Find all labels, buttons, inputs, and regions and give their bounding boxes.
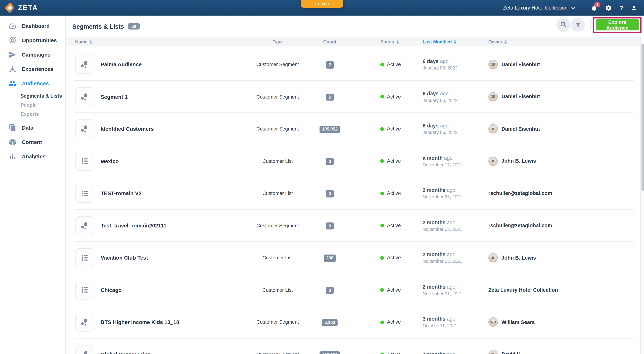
sidebar-item-exports[interactable]: Exports bbox=[12, 109, 66, 118]
user-menu-button[interactable] bbox=[630, 4, 638, 11]
row-count: 0 bbox=[305, 222, 354, 230]
brand-wordmark: ZETA bbox=[18, 4, 38, 11]
row-type-icon bbox=[80, 254, 89, 262]
column-header-count: Count bbox=[305, 37, 354, 46]
account-name: Zeta Luxury Hotel Collection bbox=[503, 5, 568, 10]
table-row[interactable]: Segment 1 Customer Segment 2 Active 6 da… bbox=[66, 81, 644, 113]
row-type-icon bbox=[80, 92, 89, 101]
modified-date: November 03, 2021 bbox=[422, 227, 462, 231]
modified-date: December 17, 2021 bbox=[422, 162, 462, 167]
row-last-modified: 2 months ago November 25, 2021 bbox=[422, 187, 462, 199]
sidebar-item-segments-lists[interactable]: Segments & Lists bbox=[12, 91, 66, 100]
relative-time-suffix: ago bbox=[447, 220, 456, 225]
sidebar-item-dashboard[interactable]: Dashboard bbox=[0, 19, 65, 33]
row-count-badge: 108,308 bbox=[320, 351, 340, 354]
modified-date: October 11, 2021 bbox=[422, 323, 457, 328]
row-count: 6,163 bbox=[305, 318, 354, 326]
table-row[interactable]: Identified Customers Customer Segment 10… bbox=[66, 113, 644, 145]
sidebar-item-audiences[interactable]: Audiences bbox=[0, 76, 65, 91]
owner-avatar: DH bbox=[488, 350, 498, 354]
table-row[interactable]: TEST-romain V2 Customer List 0 Active 2 … bbox=[66, 177, 644, 209]
row-owner: DE Daniel Eisenhut bbox=[488, 92, 540, 102]
row-name: Vacation Club Test bbox=[100, 255, 148, 261]
row-last-modified: a month ago December 17, 2021 bbox=[422, 155, 462, 167]
row-status: Active bbox=[380, 61, 401, 67]
column-label: Last Modified bbox=[422, 39, 452, 44]
row-type: Customer List bbox=[245, 255, 310, 261]
relative-time-suffix: ago bbox=[440, 91, 449, 97]
page-toolbar: Segments & Lists 60 Explore Audience bbox=[66, 16, 644, 37]
column-header-last-modified[interactable]: Last Modified bbox=[422, 37, 456, 46]
row-type-icon-tile bbox=[75, 120, 94, 138]
account-switcher[interactable]: Zeta Luxury Hotel Collection bbox=[503, 5, 575, 10]
table-row[interactable]: Test_travel_romain202111 Customer Segmen… bbox=[66, 210, 644, 242]
table-row[interactable]: Vacation Club Test Customer List 298 Act… bbox=[66, 242, 644, 274]
settings-button[interactable] bbox=[605, 4, 612, 11]
notifications-button[interactable]: 3 bbox=[590, 4, 598, 11]
table-row[interactable]: Global Suppression Customer Segment 108,… bbox=[66, 338, 644, 354]
zeta-diamond-icon bbox=[5, 2, 15, 13]
row-count-badge: 0 bbox=[326, 287, 334, 294]
row-type: Customer Segment bbox=[245, 61, 310, 67]
sidebar-item-label: Audiences bbox=[22, 80, 49, 86]
row-name: BTS Higher Income Kids 13_18 bbox=[100, 319, 179, 325]
relative-time: a month bbox=[422, 155, 442, 161]
sidebar-item-content[interactable]: Content bbox=[0, 135, 65, 149]
row-type-icon bbox=[80, 124, 89, 133]
column-header-owner[interactable]: Owner bbox=[488, 37, 507, 46]
row-count-badge: 298 bbox=[324, 255, 336, 262]
scrollbar-thumb[interactable] bbox=[641, 44, 644, 191]
row-type-icon-tile bbox=[75, 345, 94, 354]
row-name: Segment 1 bbox=[100, 94, 128, 100]
table-row[interactable]: BTS Higher Income Kids 13_18 Customer Se… bbox=[66, 306, 644, 338]
row-count-badge: 6,163 bbox=[322, 319, 338, 326]
table-row[interactable]: Mexico Customer List 0 Active a month ag… bbox=[66, 145, 644, 177]
table-header-row: Name Type Count Status Last Modified Own… bbox=[66, 37, 644, 46]
column-label: Owner bbox=[488, 39, 502, 44]
column-header-name[interactable]: Name bbox=[75, 37, 92, 46]
status-active-dot bbox=[380, 95, 384, 99]
row-status: Active bbox=[380, 126, 401, 132]
chevron-down-icon bbox=[571, 6, 575, 9]
table-row[interactable]: Palma Audience Customer Segment 2 Active… bbox=[66, 48, 644, 81]
status-label: Active bbox=[387, 287, 401, 293]
column-header-status[interactable]: Status bbox=[380, 37, 399, 46]
relative-time: 6 days bbox=[422, 58, 438, 64]
row-type-icon bbox=[80, 318, 89, 327]
row-count: 2 bbox=[305, 93, 354, 101]
relative-time: 4 months bbox=[422, 352, 446, 354]
row-owner: rschuller@zetaglobal.com bbox=[488, 190, 552, 196]
relative-time: 3 months bbox=[422, 316, 446, 322]
sidebar-item-experiences[interactable]: Experiences bbox=[0, 62, 65, 76]
row-type: Customer List bbox=[245, 158, 310, 164]
sidebar-item-campaigns[interactable]: Campaigns bbox=[0, 47, 65, 62]
row-last-modified: 3 months ago October 11, 2021 bbox=[422, 316, 457, 328]
gear-icon bbox=[605, 4, 612, 11]
row-type-icon bbox=[80, 189, 89, 198]
table-body: Palma Audience Customer Segment 2 Active… bbox=[66, 46, 644, 354]
row-last-modified: 2 months ago November 03, 2021 bbox=[422, 252, 462, 264]
sort-arrows-icon bbox=[396, 40, 399, 44]
status-label: Active bbox=[387, 223, 401, 229]
row-type-icon-tile bbox=[75, 152, 94, 171]
row-count: 2 bbox=[305, 60, 354, 68]
row-count-badge: 2 bbox=[326, 61, 334, 68]
row-status: Active bbox=[380, 287, 401, 293]
sidebar-item-analytics[interactable]: Analytics bbox=[0, 149, 65, 164]
row-type: Customer Segment bbox=[245, 126, 310, 132]
search-button[interactable] bbox=[556, 17, 570, 31]
sidebar-item-people[interactable]: People bbox=[12, 100, 66, 109]
status-active-dot bbox=[380, 159, 384, 163]
content-icon bbox=[8, 138, 16, 146]
table-row[interactable]: Chicago Customer List 0 Active 2 months … bbox=[66, 274, 644, 306]
help-button[interactable]: ? bbox=[619, 4, 623, 11]
sidebar-item-data[interactable]: Data bbox=[0, 121, 65, 135]
sidebar-item-opportunities[interactable]: Opportunities bbox=[0, 33, 65, 47]
row-type-icon-tile bbox=[75, 216, 94, 235]
row-name: Test_travel_romain202111 bbox=[100, 222, 166, 229]
analytics-icon bbox=[8, 153, 16, 160]
explore-audience-button[interactable]: Explore Audience bbox=[596, 19, 639, 30]
relative-time-suffix: ago bbox=[440, 123, 449, 129]
modified-date: November 01, 2021 bbox=[422, 291, 462, 296]
filter-button[interactable] bbox=[571, 17, 585, 31]
